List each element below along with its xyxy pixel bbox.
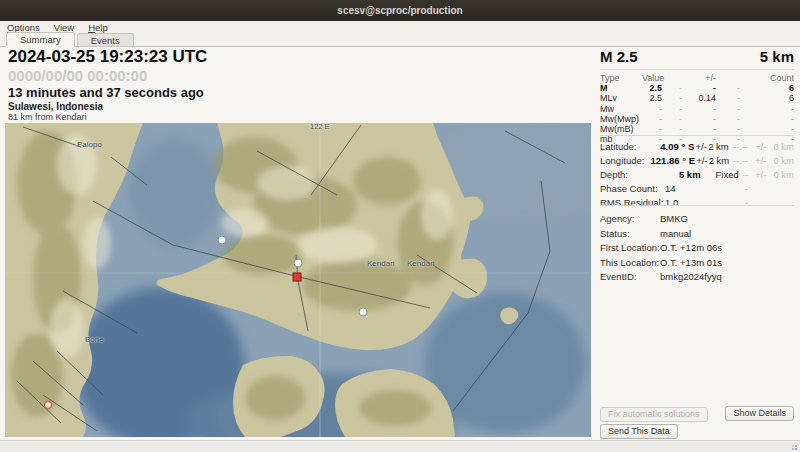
event-meta: Agency: BMKG Status: manual First Locati… xyxy=(600,212,794,285)
origin-time: 2024-03-25 19:23:23 UTC xyxy=(8,47,207,67)
magnitude-table-header: Type Value +/- Count xyxy=(600,73,794,83)
past-event-marker[interactable] xyxy=(45,402,52,409)
origin-info: Latitude: 4.09 ° S +/- 2 km --.-- +/- 0 … xyxy=(600,141,794,211)
phase-count-row: Phase Count: 14 - xyxy=(600,183,794,197)
preferred-magnitude: M 2.5 xyxy=(600,48,638,65)
show-details-button[interactable]: Show Details xyxy=(725,406,794,421)
this-location-row: This Location: O.T. +13m 01s xyxy=(600,256,794,271)
separator xyxy=(600,135,794,136)
magnitude-row-MwMwp[interactable]: Mw(Mwp) - - - - - xyxy=(600,114,794,124)
latitude-row: Latitude: 4.09 ° S +/- 2 km --.-- +/- 0 … xyxy=(600,141,794,155)
status-bar xyxy=(0,440,800,452)
separator xyxy=(600,69,794,70)
fix-automatic-solutions-button[interactable]: Fix automatic solutions xyxy=(600,407,708,422)
tab-events[interactable]: Events xyxy=(77,33,134,46)
status-row: Status: manual xyxy=(600,227,794,242)
magnitude-row-M[interactable]: M 2.5 - - - 6 xyxy=(600,83,794,93)
rms-residual-row: RMS Residual: 1.0 - xyxy=(600,197,794,211)
agency-row: Agency: BMKG xyxy=(600,212,794,227)
resize-grip-icon[interactable] xyxy=(790,443,797,450)
magnitude-row-MLv[interactable]: MLv 2.5 - 0.14 - 6 xyxy=(600,93,794,103)
region-name: Sulawesi, Indonesia xyxy=(8,101,103,112)
event-id-row: EventID: bmkg2024fyyq xyxy=(600,270,794,285)
window-title: scesv@scproc/production xyxy=(0,0,800,21)
summary-page: 2024-03-25 19:23:23 UTC 0000/00/00 00:00… xyxy=(0,47,800,440)
nearest-city-distance: 81 km from Kendari xyxy=(8,112,87,122)
map-canvas xyxy=(5,123,591,437)
send-this-data-button[interactable]: Send This Data xyxy=(600,424,678,439)
magnitude-panel: M 2.5 5 km Type Value +/- Count M 2.5 - … xyxy=(600,47,794,438)
magnitude-row-Mw[interactable]: Mw - - - - - xyxy=(600,104,794,114)
menu-options[interactable]: Options xyxy=(0,22,47,33)
tab-summary[interactable]: Summary xyxy=(6,32,75,47)
menu-help[interactable]: Help xyxy=(81,22,115,33)
longitude-row: Longitude: 121.86 ° E +/- 2 km --.-- +/-… xyxy=(600,155,794,169)
menu-view[interactable]: View xyxy=(47,22,81,33)
first-location-row: First Location: O.T. +12m 06s xyxy=(600,241,794,256)
menu-bar: Options View Help xyxy=(0,21,800,33)
event-map[interactable]: 122 E Palopo Bone Kendari Kendari xyxy=(5,123,591,437)
magnitude-table: Type Value +/- Count M 2.5 - - - 6 MLv 2… xyxy=(600,73,794,144)
secondary-time: 0000/00/00 00:00:00 xyxy=(8,67,147,84)
time-ago: 13 minutes and 37 seconds ago xyxy=(8,85,204,100)
tab-bar: Summary Events xyxy=(0,33,800,47)
preferred-depth: 5 km xyxy=(760,48,794,65)
magnitude-row-MwmB[interactable]: Mw(mB) - - - - - xyxy=(600,124,794,134)
epicenter-marker[interactable] xyxy=(293,273,301,281)
depth-row: Depth: 5 km Fixed -- +/- 0 km xyxy=(600,169,794,183)
separator xyxy=(600,205,794,206)
